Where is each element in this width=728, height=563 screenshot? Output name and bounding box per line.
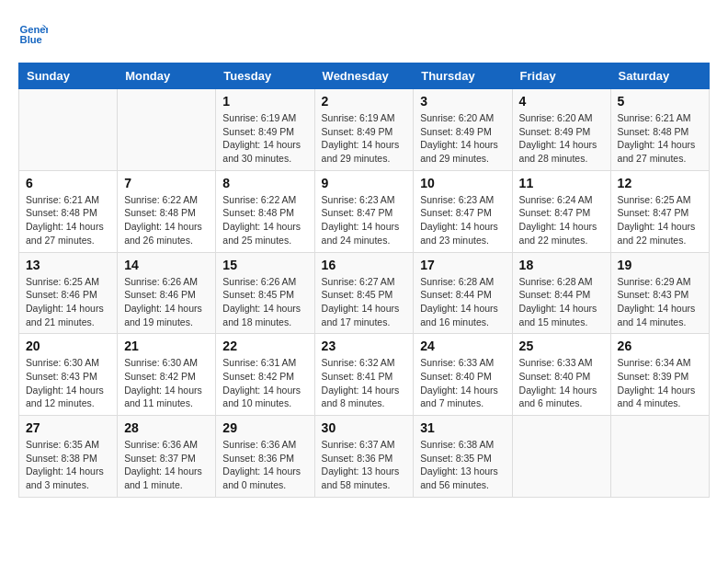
day-info: Sunrise: 6:19 AM Sunset: 8:49 PM Dayligh… <box>322 111 407 166</box>
day-number: 19 <box>618 258 702 272</box>
calendar-day-18: 18Sunrise: 6:28 AM Sunset: 8:44 PM Dayli… <box>512 252 610 334</box>
day-number: 2 <box>322 94 407 109</box>
weekday-header-monday: Monday <box>118 63 216 89</box>
day-number: 8 <box>222 176 307 190</box>
day-info: Sunrise: 6:22 AM Sunset: 8:48 PM Dayligh… <box>222 193 307 247</box>
logo-icon: General Blue <box>18 18 48 48</box>
day-info: Sunrise: 6:20 AM Sunset: 8:49 PM Dayligh… <box>519 111 604 166</box>
day-number: 29 <box>222 420 307 435</box>
day-number: 31 <box>420 420 505 435</box>
calendar-day-20: 20Sunrise: 6:30 AM Sunset: 8:43 PM Dayli… <box>19 334 118 416</box>
day-number: 25 <box>519 339 604 353</box>
calendar-day-15: 15Sunrise: 6:26 AM Sunset: 8:45 PM Dayli… <box>216 252 314 334</box>
day-info: Sunrise: 6:36 AM Sunset: 8:37 PM Dayligh… <box>124 438 209 492</box>
day-info: Sunrise: 6:34 AM Sunset: 8:39 PM Dayligh… <box>618 356 702 410</box>
day-number: 18 <box>519 258 604 272</box>
day-info: Sunrise: 6:23 AM Sunset: 8:47 PM Dayligh… <box>420 193 505 247</box>
calendar-day-empty <box>610 416 709 498</box>
calendar-week-row: 6Sunrise: 6:21 AM Sunset: 8:48 PM Daylig… <box>19 170 710 252</box>
calendar-day-5: 5Sunrise: 6:21 AM Sunset: 8:48 PM Daylig… <box>610 89 709 171</box>
calendar-day-9: 9Sunrise: 6:23 AM Sunset: 8:47 PM Daylig… <box>314 170 414 252</box>
page-header: General Blue <box>18 18 710 48</box>
day-number: 7 <box>124 176 209 190</box>
calendar-day-13: 13Sunrise: 6:25 AM Sunset: 8:46 PM Dayli… <box>19 252 118 334</box>
calendar-day-30: 30Sunrise: 6:37 AM Sunset: 8:36 PM Dayli… <box>314 416 414 498</box>
calendar-day-22: 22Sunrise: 6:31 AM Sunset: 8:42 PM Dayli… <box>216 334 314 416</box>
day-info: Sunrise: 6:22 AM Sunset: 8:48 PM Dayligh… <box>124 193 209 247</box>
weekday-header-saturday: Saturday <box>610 63 709 89</box>
day-number: 16 <box>322 258 407 272</box>
day-info: Sunrise: 6:29 AM Sunset: 8:43 PM Dayligh… <box>618 275 702 329</box>
day-info: Sunrise: 6:32 AM Sunset: 8:41 PM Dayligh… <box>322 356 407 410</box>
calendar-day-2: 2Sunrise: 6:19 AM Sunset: 8:49 PM Daylig… <box>314 89 414 171</box>
day-info: Sunrise: 6:35 AM Sunset: 8:38 PM Dayligh… <box>26 438 110 492</box>
calendar-day-17: 17Sunrise: 6:28 AM Sunset: 8:44 PM Dayli… <box>414 252 512 334</box>
calendar-day-empty <box>118 89 216 171</box>
day-number: 5 <box>618 94 702 109</box>
calendar-day-26: 26Sunrise: 6:34 AM Sunset: 8:39 PM Dayli… <box>610 334 709 416</box>
calendar-week-row: 20Sunrise: 6:30 AM Sunset: 8:43 PM Dayli… <box>19 334 710 416</box>
calendar-day-27: 27Sunrise: 6:35 AM Sunset: 8:38 PM Dayli… <box>19 416 118 498</box>
day-number: 3 <box>420 94 505 109</box>
weekday-header-tuesday: Tuesday <box>216 63 314 89</box>
calendar-week-row: 13Sunrise: 6:25 AM Sunset: 8:46 PM Dayli… <box>19 252 710 334</box>
day-number: 12 <box>618 176 702 190</box>
calendar-day-3: 3Sunrise: 6:20 AM Sunset: 8:49 PM Daylig… <box>414 89 512 171</box>
calendar-day-11: 11Sunrise: 6:24 AM Sunset: 8:47 PM Dayli… <box>512 170 610 252</box>
day-info: Sunrise: 6:30 AM Sunset: 8:42 PM Dayligh… <box>124 356 209 410</box>
day-number: 13 <box>26 258 110 272</box>
day-info: Sunrise: 6:19 AM Sunset: 8:49 PM Dayligh… <box>222 111 307 166</box>
day-number: 11 <box>519 176 604 190</box>
day-number: 6 <box>26 176 110 190</box>
logo: General Blue <box>18 18 51 48</box>
calendar-day-empty <box>19 89 118 171</box>
day-number: 27 <box>26 420 110 435</box>
day-number: 21 <box>124 339 209 353</box>
day-info: Sunrise: 6:25 AM Sunset: 8:47 PM Dayligh… <box>618 193 702 247</box>
day-info: Sunrise: 6:31 AM Sunset: 8:42 PM Dayligh… <box>222 356 307 410</box>
calendar-day-4: 4Sunrise: 6:20 AM Sunset: 8:49 PM Daylig… <box>512 89 610 171</box>
day-info: Sunrise: 6:33 AM Sunset: 8:40 PM Dayligh… <box>519 356 604 410</box>
calendar-day-25: 25Sunrise: 6:33 AM Sunset: 8:40 PM Dayli… <box>512 334 610 416</box>
calendar-day-16: 16Sunrise: 6:27 AM Sunset: 8:45 PM Dayli… <box>314 252 414 334</box>
day-number: 10 <box>420 176 505 190</box>
day-info: Sunrise: 6:21 AM Sunset: 8:48 PM Dayligh… <box>26 193 110 247</box>
calendar-day-7: 7Sunrise: 6:22 AM Sunset: 8:48 PM Daylig… <box>118 170 216 252</box>
day-number: 14 <box>124 258 209 272</box>
calendar-table: SundayMondayTuesdayWednesdayThursdayFrid… <box>18 63 710 498</box>
day-info: Sunrise: 6:36 AM Sunset: 8:36 PM Dayligh… <box>222 438 307 492</box>
calendar-day-28: 28Sunrise: 6:36 AM Sunset: 8:37 PM Dayli… <box>118 416 216 498</box>
calendar-week-row: 27Sunrise: 6:35 AM Sunset: 8:38 PM Dayli… <box>19 416 710 498</box>
calendar-day-31: 31Sunrise: 6:38 AM Sunset: 8:35 PM Dayli… <box>414 416 512 498</box>
day-number: 1 <box>222 94 307 109</box>
day-number: 22 <box>222 339 307 353</box>
calendar-day-10: 10Sunrise: 6:23 AM Sunset: 8:47 PM Dayli… <box>414 170 512 252</box>
weekday-header-friday: Friday <box>512 63 610 89</box>
weekday-header-sunday: Sunday <box>19 63 118 89</box>
day-info: Sunrise: 6:28 AM Sunset: 8:44 PM Dayligh… <box>420 275 505 329</box>
day-number: 17 <box>420 258 505 272</box>
day-number: 26 <box>618 339 702 353</box>
weekday-header-wednesday: Wednesday <box>314 63 414 89</box>
day-number: 30 <box>322 420 407 435</box>
calendar-day-19: 19Sunrise: 6:29 AM Sunset: 8:43 PM Dayli… <box>610 252 709 334</box>
svg-text:Blue: Blue <box>20 34 42 45</box>
day-info: Sunrise: 6:21 AM Sunset: 8:48 PM Dayligh… <box>618 111 702 166</box>
day-info: Sunrise: 6:27 AM Sunset: 8:45 PM Dayligh… <box>322 275 407 329</box>
calendar-day-23: 23Sunrise: 6:32 AM Sunset: 8:41 PM Dayli… <box>314 334 414 416</box>
day-info: Sunrise: 6:25 AM Sunset: 8:46 PM Dayligh… <box>26 275 110 329</box>
calendar-day-21: 21Sunrise: 6:30 AM Sunset: 8:42 PM Dayli… <box>118 334 216 416</box>
day-info: Sunrise: 6:38 AM Sunset: 8:35 PM Dayligh… <box>420 438 505 492</box>
day-info: Sunrise: 6:26 AM Sunset: 8:45 PM Dayligh… <box>222 275 307 329</box>
day-info: Sunrise: 6:33 AM Sunset: 8:40 PM Dayligh… <box>420 356 505 410</box>
day-number: 15 <box>222 258 307 272</box>
calendar-day-29: 29Sunrise: 6:36 AM Sunset: 8:36 PM Dayli… <box>216 416 314 498</box>
day-number: 9 <box>322 176 407 190</box>
calendar-day-14: 14Sunrise: 6:26 AM Sunset: 8:46 PM Dayli… <box>118 252 216 334</box>
calendar-day-empty <box>512 416 610 498</box>
day-number: 20 <box>26 339 110 353</box>
day-number: 23 <box>322 339 407 353</box>
day-info: Sunrise: 6:20 AM Sunset: 8:49 PM Dayligh… <box>420 111 505 166</box>
calendar-day-6: 6Sunrise: 6:21 AM Sunset: 8:48 PM Daylig… <box>19 170 118 252</box>
calendar-day-24: 24Sunrise: 6:33 AM Sunset: 8:40 PM Dayli… <box>414 334 512 416</box>
